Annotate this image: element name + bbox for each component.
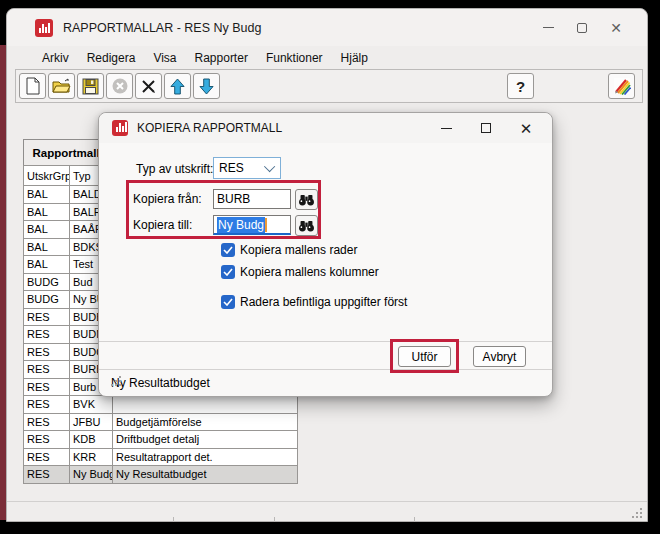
new-document-icon: [25, 77, 41, 95]
table-row[interactable]: RESKDBDriftbudget detalj: [24, 431, 298, 449]
checkbox-checked-icon: [221, 243, 235, 257]
checkbox-checked-icon: [221, 295, 235, 309]
main-titlebar: RAPPORTMALLAR - RES Ny Budg ✕: [7, 9, 647, 46]
delete-button[interactable]: [135, 73, 162, 99]
open-button[interactable]: [48, 73, 75, 99]
statusbar-divider: [173, 517, 174, 522]
dialog-status-text: Ny Resultatbudget: [111, 376, 210, 390]
table-row-selected[interactable]: RESNy BudgNy Resultatbudget: [24, 466, 298, 484]
menubar: Arkiv Redigera Visa Rapporter Funktioner…: [7, 46, 647, 69]
print-type-label: Typ av utskrift:: [136, 162, 213, 176]
menu-hjalp[interactable]: Hjälp: [332, 49, 377, 67]
disabled-cancel-icon: [111, 77, 129, 95]
window-title: RAPPORTMALLAR - RES Ny Budg: [63, 21, 261, 35]
copy-to-label: Kopiera till:: [133, 218, 192, 232]
text-caret: [265, 218, 267, 232]
app-logo-icon: [112, 120, 128, 136]
main-statusbar: [7, 501, 647, 522]
copy-to-input[interactable]: Ny Budg: [213, 215, 291, 235]
new-document-button[interactable]: [19, 73, 46, 99]
save-floppy-icon: [82, 78, 99, 95]
dialog-close-button[interactable]: ✕: [506, 115, 546, 141]
erase-existing-checkbox[interactable]: Radera befintliga uppgifter först: [221, 295, 407, 309]
dialog-statusbar: Ny Resultatbudget: [99, 370, 552, 397]
copy-template-dialog: KOPIERA RAPPORTMALL ✕ Typ av utskrift: R…: [98, 112, 553, 397]
statusbar-divider: [274, 517, 275, 522]
binoculars-icon: [298, 194, 315, 206]
open-folder-icon: [52, 78, 71, 94]
screenshot-root: RAPPORTMALLAR - RES Ny Budg ✕ Arkiv Redi…: [0, 0, 660, 534]
print-type-select[interactable]: RES: [213, 157, 281, 179]
dialog-minimize-button[interactable]: [426, 115, 466, 141]
move-down-button[interactable]: [193, 73, 220, 99]
column-header-utskrgrp[interactable]: UtskrGrp: [24, 166, 70, 186]
copy-rows-checkbox[interactable]: Kopiera mallens rader: [221, 243, 357, 257]
table-row[interactable]: RESKRRResultatrapport det.: [24, 448, 298, 466]
execute-button[interactable]: Utför: [398, 346, 451, 367]
copy-from-input[interactable]: BURB: [213, 189, 291, 209]
dialog-resize-grip[interactable]: [111, 376, 121, 386]
rainbow-pen-icon: [613, 77, 631, 95]
help-button[interactable]: ?: [507, 73, 534, 99]
print-preview-button[interactable]: [608, 73, 635, 99]
statusbar-divider: [414, 517, 415, 522]
menu-visa[interactable]: Visa: [144, 49, 185, 67]
maximize-button[interactable]: [565, 15, 599, 41]
app-logo-icon: [35, 19, 53, 37]
chevron-down-icon: [264, 161, 275, 172]
print-type-value: RES: [219, 161, 244, 175]
down-arrow-icon: [199, 78, 214, 95]
dialog-maximize-button[interactable]: [466, 115, 506, 141]
delete-disabled-button: [106, 73, 133, 99]
minimize-button[interactable]: [531, 15, 565, 41]
table-row[interactable]: RESJFBUBudgetjämförelse: [24, 413, 298, 431]
cancel-button[interactable]: Avbryt: [473, 346, 526, 367]
up-arrow-icon: [170, 78, 185, 95]
toolbar: ?: [15, 69, 643, 103]
menu-rapporter[interactable]: Rapporter: [186, 49, 257, 67]
dialog-title: KOPIERA RAPPORTMALL: [137, 121, 282, 135]
menu-arkiv[interactable]: Arkiv: [33, 49, 78, 67]
move-up-button[interactable]: [164, 73, 191, 99]
dialog-titlebar: KOPIERA RAPPORTMALL ✕: [99, 113, 552, 143]
copy-columns-checkbox[interactable]: Kopiera mallens kolumner: [221, 265, 379, 279]
copy-from-search-button[interactable]: [295, 189, 318, 210]
table-row[interactable]: RESBVK: [24, 396, 298, 414]
menu-redigera[interactable]: Redigera: [78, 49, 145, 67]
save-button[interactable]: [77, 73, 104, 99]
resize-grip[interactable]: [632, 508, 642, 518]
menu-funktioner[interactable]: Funktioner: [257, 49, 332, 67]
checkbox-checked-icon: [221, 265, 235, 279]
copy-from-label: Kopiera från:: [133, 192, 202, 206]
binoculars-icon: [298, 220, 315, 232]
copy-to-search-button[interactable]: [295, 215, 318, 236]
close-button[interactable]: ✕: [599, 15, 633, 41]
delete-x-icon: [140, 78, 157, 95]
